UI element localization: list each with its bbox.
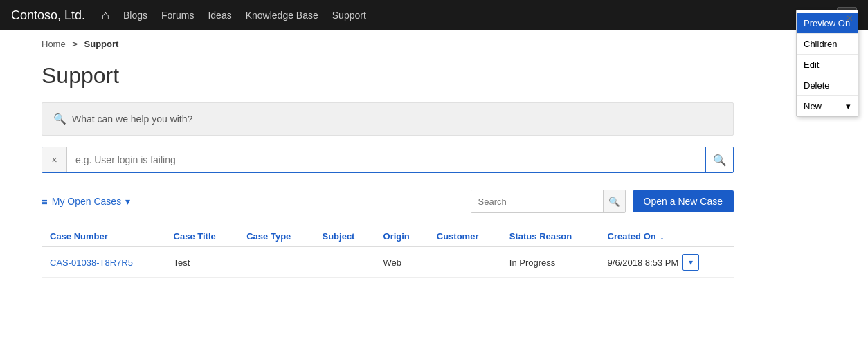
floating-panel: ✕ Preview On Children Edit Delete New ▾ [796,10,858,117]
breadcrumb-separator: > [72,39,78,49]
open-new-case-button[interactable]: Open a New Case [633,190,734,212]
col-created-on[interactable]: Created On ↓ [599,224,734,246]
nav-links: Blogs Forums Ideas Knowledge Base Suppor… [123,10,366,21]
search-icon: 🔍 [608,197,620,207]
cell-case-type [238,246,314,278]
case-number-link[interactable]: CAS-01038-T8R7R5 [50,257,133,268]
breadcrumb-home[interactable]: Home [42,39,66,49]
panel-edit-button[interactable]: Edit [797,55,858,75]
brand-name: Contoso, Ltd. [11,8,85,23]
cell-origin: Web [375,246,428,278]
list-icon: ≡ [42,196,48,208]
nav-support[interactable]: Support [332,10,366,21]
cell-customer [428,246,501,278]
col-case-number: Case Number [42,224,165,246]
created-on-date: 9/6/2018 8:53 PM [608,257,679,268]
home-icon[interactable]: ⌂ [102,8,109,23]
col-case-title: Case Title [165,224,239,246]
new-arrow-icon: ▾ [846,101,851,111]
clear-icon: × [51,154,57,165]
top-navigation: Contoso, Ltd. ⌂ Blogs Forums Ideas Knowl… [0,0,868,30]
nav-knowledge-base[interactable]: Knowledge Base [246,10,318,21]
my-open-cases-dropdown[interactable]: ≡ My Open Cases ▾ [42,196,130,208]
cell-created-on: 9/6/2018 8:53 PM ▾ [599,246,734,278]
chevron-down-icon: ▾ [689,257,693,267]
toolbar-search-input[interactable] [471,190,603,212]
help-search-icon: 🔍 [53,113,66,125]
col-customer: Customer [428,224,501,246]
breadcrumb-current: Support [84,39,119,49]
nav-blogs[interactable]: Blogs [123,10,147,21]
cell-status-reason: In Progress [501,246,599,278]
cell-case-number: CAS-01038-T8R7R5 [42,246,165,278]
toolbar-right: 🔍 Open a New Case [471,190,734,213]
toolbar-search: 🔍 [471,190,626,213]
nav-forums[interactable]: Forums [161,10,194,21]
search-icon: 🔍 [713,154,727,167]
cases-table: Case Number Case Title Case Type Subject… [42,224,734,278]
cell-case-title: Test [165,246,239,278]
table-header: Case Number Case Title Case Type Subject… [42,224,734,246]
my-open-cases-label: My Open Cases [52,196,121,207]
col-status-reason: Status Reason [501,224,599,246]
date-dropdown-button[interactable]: ▾ [682,254,699,271]
cell-subject [314,246,374,278]
help-search-placeholder: What can we help you with? [72,113,192,125]
case-search-input[interactable] [67,147,705,172]
col-subject: Subject [314,224,374,246]
panel-children-button[interactable]: Children [797,34,858,55]
dropdown-arrow-icon: ▾ [125,196,130,207]
cases-toolbar: ≡ My Open Cases ▾ 🔍 Open a New Case [42,190,734,213]
panel-new-button[interactable]: New ▾ [797,96,858,116]
panel-delete-button[interactable]: Delete [797,75,858,96]
panel-new-label: New [804,101,822,111]
col-origin: Origin [375,224,428,246]
table-row: CAS-01038-T8R7R5 Test Web In Progress 9/… [42,246,734,278]
status-badge: In Progress [509,257,555,268]
toolbar-search-button[interactable]: 🔍 [603,190,625,212]
panel-buttons: Preview On Children Edit Delete New ▾ [797,13,858,116]
col-case-type: Case Type [238,224,314,246]
table-body: CAS-01038-T8R7R5 Test Web In Progress 9/… [42,246,734,278]
sort-arrow-icon: ↓ [660,232,664,242]
panel-close-button[interactable]: ✕ [846,13,853,24]
case-search-row: × 🔍 [42,147,734,173]
help-search-bar: 🔍 What can we help you with? [42,102,734,136]
breadcrumb: Home > Support [0,30,868,57]
case-search-button[interactable]: 🔍 [705,147,733,172]
main-content: 🔍 What can we help you with? × 🔍 ≡ My Op… [0,102,775,292]
clear-button[interactable]: × [42,147,67,172]
page-title: Support [0,57,868,102]
nav-ideas[interactable]: Ideas [208,10,231,21]
